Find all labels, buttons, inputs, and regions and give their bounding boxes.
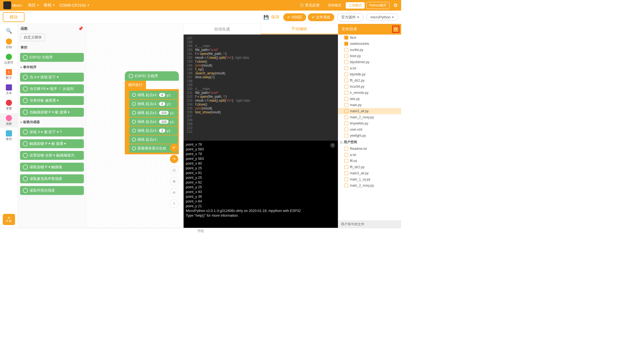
tab-auto[interactable]: 自动生成 [184,24,261,34]
line-block[interactable]: 画线 起点x1:0y1: [129,91,178,99]
file-item[interactable]: lark.py [338,96,401,102]
line-block[interactable]: 画线 起点x1:3y1: [129,126,178,135]
code-area-pill[interactable]: ✔ 代码区 [283,13,306,21]
variables-icon [6,100,12,106]
cat-text[interactable]: 文本 [0,83,18,97]
cat-functions[interactable]: 函数 [0,113,18,128]
pin-icon[interactable]: 📌 [78,26,83,31]
file-item[interactable]: a.txt [338,152,401,158]
file-icon [344,177,348,181]
section-events: 事件程序 [18,63,86,71]
file-item[interactable]: a.txt [338,65,401,71]
refresh-button[interactable]: ⟳ [392,26,399,33]
cat-control[interactable]: 控制 [0,37,18,51]
file-item[interactable]: ir_remote.py [338,90,401,96]
runtime-select[interactable]: microPython ▼ [366,13,398,21]
loop-head[interactable]: 循环执行 [125,81,146,89]
cat-variables[interactable]: 变量 [0,98,18,112]
file-item[interactable]: boot.py [338,53,401,59]
menu-port[interactable]: COM5-CP210x▼ [60,3,90,8]
file-item[interactable]: Readme.txt [338,146,401,152]
save-button[interactable]: 💾保存 [264,14,279,20]
block-esp32-main[interactable]: ESP32 主程序 [20,53,84,62]
file-icon [344,171,348,175]
tab-manual[interactable]: 手动编辑 [261,24,338,34]
zoom-in-button[interactable]: ⊕ [170,177,178,185]
file-item[interactable]: fff.txt [338,158,401,164]
hat-block[interactable]: ESP32 主程序 [125,71,179,81]
file-item[interactable]: hcsr04.py [338,84,401,90]
menu-tutorial[interactable]: 教程▼ [44,3,55,8]
file-item[interactable]: user.xml [338,126,401,133]
file-item[interactable]: fft_dir2.py [338,164,401,170]
search-item[interactable]: 🔍 [0,26,18,36]
line-block[interactable]: 画线 起点x1:123y1: [129,109,178,117]
canvas[interactable]: ESP32 主程序 循环执行 画线 起点x1:0y1: 画线 起点x1:3y1:… [86,24,183,228]
file-item[interactable]: main_2_noxy.py [338,114,401,120]
block-stack[interactable]: ESP32 主程序 循环执行 画线 起点x1:0y1: 画线 起点x1:3y1:… [125,71,179,154]
feedback-link[interactable]: ⓘ意见反馈 [300,3,320,8]
block-read-key[interactable]: 读取按键 P ▾ 触摸值 [20,163,84,172]
line-block[interactable]: 画线 起点x1:123y1: [129,118,178,126]
block-set-keys[interactable]: 设置按键 全部 ▾ 触摸阈值为 [20,151,84,160]
menu-project[interactable]: 项目▼ [28,3,39,8]
file-icon [344,54,348,58]
zoom-out-button[interactable]: ⊖ [170,188,178,197]
redo-button[interactable]: ↷ [170,155,178,163]
block-when-touch[interactable]: 当触摸按键 P ▾ 被 接通 ▾ [20,108,84,117]
file-icon [344,72,348,76]
block-read-mic[interactable]: 读取麦克风声音强度 [20,174,84,183]
file-icon [344,128,348,131]
file-item[interactable]: main3_all.py [338,170,401,176]
block-read-light[interactable]: 读取环境光强度 [20,186,84,195]
file-system-pill[interactable]: ✔ 文件系统 [308,13,334,21]
block-button-pressed[interactable]: 按钮 A ▾ 被 按下 ▾ ? [20,128,84,136]
folder-icon [344,42,348,46]
file-item[interactable]: xunfei.py [338,47,401,53]
file-item[interactable]: main_2_noxy.py [338,182,401,189]
file-item[interactable]: main.py [338,102,401,108]
line-block[interactable]: 画线 起点x1:3y1: [129,100,178,108]
file-item[interactable]: yeelight.py [338,133,401,139]
block-touch-key[interactable]: 触摸按键 P ▾ 被 接通 ▾ [20,139,84,148]
file-item[interactable]: tinywebio.py [338,120,401,126]
block-when-shake[interactable]: 当掌控板 被摇晃 ▾ [20,96,84,105]
crop-button[interactable]: ⊡ [170,166,178,174]
file-item[interactable]: blynktimer.py [338,59,401,65]
block-when-button[interactable]: 当 A ▾ 按钮 按下 ▾ [20,73,84,82]
line-block[interactable]: 画线 起点x1: [129,135,178,144]
file-item[interactable]: main_1_xy.py [338,176,401,182]
top-bar: Mind+ 项目▼ 教程▼ COM5-CP210x▼ ⓘ意见反馈 实时模式 上传… [0,0,401,11]
question-icon: ⓘ [300,3,304,8]
help-icon[interactable]: ? [330,143,335,148]
logo-text: Mind+ [12,3,22,8]
custom-block-button[interactable]: 自定义模块 [21,33,45,41]
file-item[interactable]: main3_all.py [338,108,401,114]
file-item[interactable]: uwebsockets [338,41,401,47]
firmware-select[interactable]: 官方固件 ▼ [337,13,364,21]
file-header-title: 文件目录 [342,27,357,32]
terminal[interactable]: ? point_x 78point_y 583point_x 79point_y… [184,141,338,228]
file-item[interactable]: blynklib.py [338,71,401,77]
bottom-bar[interactable]: 书包 [0,228,401,234]
file-icon [344,159,348,163]
undo-button[interactable]: ↶ [170,144,178,152]
tree-group[interactable]: 用户空间 [338,139,401,146]
section-sensors: 板载传感器 [18,118,86,126]
file-tree[interactable]: faceuwebsocketsxunfei.pyboot.pyblynktime… [338,35,401,221]
cat-handpy[interactable]: 掌控 [0,129,18,143]
center-button[interactable]: = [170,199,178,208]
file-item[interactable]: face [338,35,401,41]
mode-upload[interactable]: 上传模式 [346,2,365,9]
mode-python[interactable]: Python模式 [366,2,389,9]
code-editor[interactable]: 187188189#___main190file_path="a.txt"191… [184,35,338,141]
file-item[interactable]: fft_dir2.py [338,77,401,84]
mode-realtime[interactable]: 实时模式 [325,2,344,9]
cat-operators[interactable]: 运算符 [0,52,18,66]
palette-title: 函数 [21,26,28,31]
block-when-pin[interactable]: 当引脚 P0 ▾ 电平 ↗ 从低到 [20,84,84,93]
cat-number[interactable]: 1数字 [0,67,18,82]
extension-button[interactable]: ⇄扩展 [3,214,15,225]
blocks-button[interactable]: 模块 [3,12,25,22]
gear-icon[interactable]: ⚙ [393,2,398,8]
